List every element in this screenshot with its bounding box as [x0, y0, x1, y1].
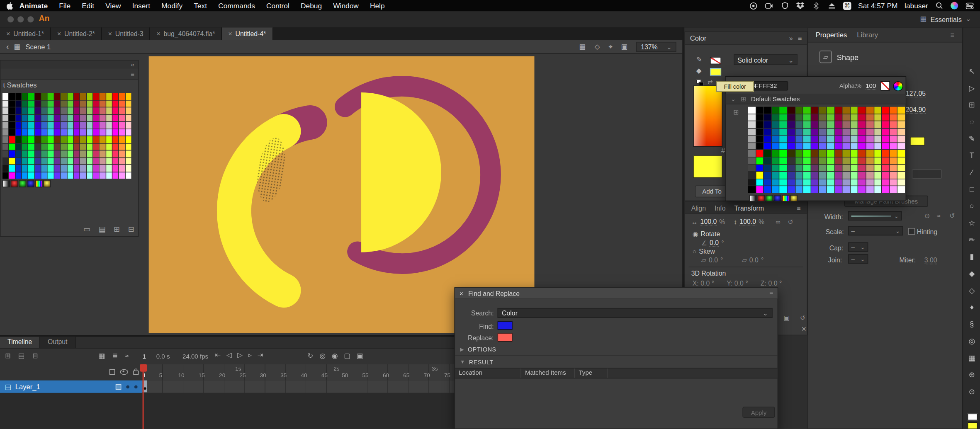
color-swatch[interactable] [67, 107, 73, 114]
color-swatch[interactable] [2, 150, 8, 157]
color-swatch[interactable] [843, 187, 850, 193]
color-swatch[interactable] [811, 158, 818, 164]
color-swatch[interactable] [788, 165, 795, 171]
color-swatch[interactable] [87, 122, 92, 128]
color-swatch[interactable] [48, 172, 53, 179]
color-swatch[interactable] [748, 107, 755, 114]
color-swatch[interactable] [2, 172, 8, 179]
join-dropdown[interactable]: – ⌄ [848, 254, 868, 264]
apply-button[interactable]: Apply [742, 407, 775, 418]
color-swatch[interactable] [125, 143, 131, 150]
color-swatch[interactable] [67, 122, 73, 128]
color-swatch[interactable] [48, 158, 53, 165]
color-swatch[interactable] [874, 165, 881, 171]
color-swatch[interactable] [866, 158, 873, 164]
swatch-list-view-icon[interactable]: ⊞ [733, 108, 739, 116]
color-swatch[interactable] [41, 122, 47, 128]
color-swatch[interactable] [772, 165, 779, 171]
color-swatch[interactable] [112, 115, 118, 121]
lock-column-icon[interactable] [133, 371, 139, 375]
remove-transform-icon[interactable]: ✕ [801, 325, 807, 332]
color-swatch[interactable] [811, 172, 818, 179]
color-swatch[interactable] [41, 115, 47, 121]
tab-align[interactable]: Align [691, 204, 706, 211]
find-dialog-header[interactable]: × Find and Replace ≡ [455, 288, 778, 299]
close-window-button[interactable] [7, 16, 14, 22]
menu-help[interactable]: Help [364, 2, 390, 10]
replace-color-chip[interactable] [498, 333, 513, 342]
color-swatch[interactable] [819, 172, 826, 179]
color-swatch[interactable] [827, 128, 834, 135]
color-swatch[interactable] [788, 172, 795, 179]
color-swatch[interactable] [41, 172, 47, 179]
color-swatch[interactable] [795, 107, 802, 114]
color-swatch[interactable] [851, 143, 858, 150]
color-swatch[interactable] [22, 115, 28, 121]
height-value[interactable]: 204.90 [906, 106, 926, 114]
color-swatch[interactable] [67, 129, 73, 136]
color-swatch[interactable] [882, 179, 889, 186]
color-swatch[interactable] [35, 100, 41, 107]
text-tool[interactable]: T [963, 149, 980, 162]
color-swatch[interactable] [112, 129, 118, 136]
stroke-scale-dropdown[interactable]: – ⌄ [848, 226, 903, 236]
color-swatch[interactable] [843, 107, 850, 114]
color-swatch[interactable] [125, 129, 131, 136]
color-swatch[interactable] [22, 100, 28, 107]
color-swatch[interactable] [28, 129, 34, 136]
color-swatch[interactable] [22, 143, 28, 150]
color-swatch[interactable] [788, 136, 795, 142]
color-swatch[interactable] [48, 150, 53, 157]
insert-frame-icon[interactable]: ⊞ [5, 352, 11, 359]
no-color-button[interactable] [880, 81, 890, 91]
color-swatch[interactable] [2, 129, 8, 136]
color-swatch[interactable] [803, 128, 810, 135]
color-swatch[interactable] [898, 136, 905, 142]
color-swatch[interactable] [851, 179, 858, 186]
edit-symbols-icon[interactable]: ◇ [595, 43, 600, 50]
color-swatch[interactable] [67, 93, 73, 100]
color-swatch[interactable] [835, 172, 842, 179]
color-swatch[interactable] [811, 150, 818, 157]
color-swatch[interactable] [843, 158, 850, 164]
color-swatch[interactable] [9, 93, 15, 100]
color-swatch[interactable] [851, 128, 858, 135]
add-to-swatches-button[interactable]: Add To [695, 186, 729, 198]
color-swatch[interactable] [898, 179, 905, 186]
color-swatch[interactable] [80, 143, 86, 150]
color-swatch[interactable] [106, 136, 112, 143]
color-swatch[interactable] [788, 114, 795, 121]
layer-depth-icon[interactable]: ≣ [112, 352, 118, 359]
color-swatch[interactable] [882, 136, 889, 142]
color-swatch[interactable] [874, 107, 881, 114]
color-swatch[interactable] [772, 128, 779, 135]
color-swatch[interactable] [15, 165, 21, 172]
color-swatch[interactable] [858, 114, 866, 121]
gradient-swatch[interactable] [782, 195, 789, 202]
color-swatch[interactable] [843, 121, 850, 128]
close-icon[interactable]: × [57, 30, 61, 37]
bone-tool[interactable]: § [963, 318, 980, 330]
color-swatch[interactable] [100, 136, 105, 143]
color-swatch[interactable] [764, 187, 771, 193]
color-swatch[interactable] [764, 114, 771, 121]
gradient-swatch[interactable] [35, 180, 42, 187]
color-swatch[interactable] [74, 136, 80, 143]
panel-menu-icon[interactable]: ≡ [769, 289, 773, 297]
color-swatch[interactable] [48, 122, 53, 128]
color-swatch[interactable] [106, 115, 112, 121]
color-swatch[interactable] [112, 107, 118, 114]
color-swatch[interactable] [22, 93, 28, 100]
color-swatch[interactable] [795, 158, 802, 164]
color-swatch[interactable] [28, 100, 34, 107]
color-swatch[interactable] [748, 136, 755, 142]
color-swatch[interactable] [811, 107, 818, 114]
color-swatch[interactable] [100, 158, 105, 165]
color-swatch[interactable] [80, 150, 86, 157]
eject-icon[interactable] [827, 1, 836, 10]
menu-edit[interactable]: Edit [76, 2, 100, 10]
color-swatch[interactable] [835, 114, 842, 121]
color-swatch[interactable] [22, 158, 28, 165]
color-swatch[interactable] [858, 143, 866, 150]
color-swatch[interactable] [119, 165, 125, 172]
